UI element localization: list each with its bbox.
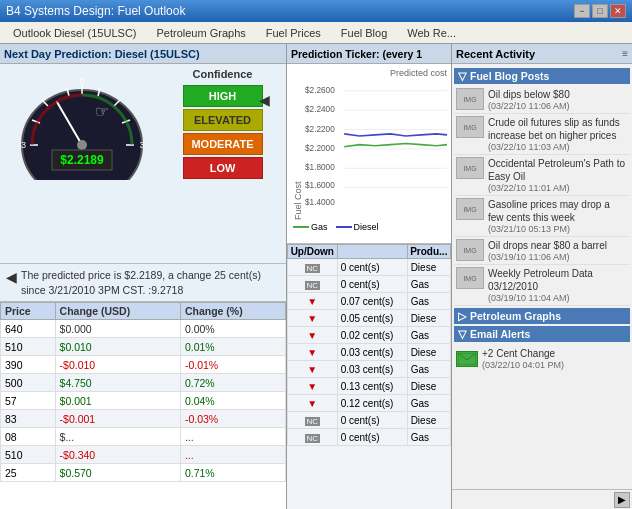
main-container: Next Day Prediction: Diesel (15ULSC) [0,44,632,509]
email-subject: +2 Cent Change [482,347,564,360]
confidence-indicator-arrow: ◀ [259,92,270,108]
col-price: Price [1,303,56,320]
list-item[interactable]: IMG Oil drops near $80 a barrel (03/19/1… [454,237,630,265]
list-item[interactable]: IMG Gasoline prices may drop a few cents… [454,196,630,237]
confidence-moderate: MODERATE [183,133,263,155]
ticker-row: ▼ [288,310,338,327]
ticker-table: Up/Down Produ... NC 0 cent(s) Diese NC 0… [287,244,451,446]
app-title: B4 Systems Design: Fuel Outlook [6,4,185,18]
price-table-section: Price Change (USD) Change (%) 640 $0.000… [0,302,286,509]
activity-text-block: Gasoline prices may drop a few cents thi… [488,198,628,234]
prediction-chart: $2.2600 $2.2400 $2.2200 $2.2000 $1.8000 … [303,80,447,220]
confidence-elevated: ELEVATED [183,109,263,131]
ticker-amount: 0.02 cent(s) [337,327,407,344]
email-date: (03/22/10 04:01 PM) [482,360,564,370]
menu-fuel-blog[interactable]: Fuel Blog [332,24,396,42]
ticker-amount: 0.03 cent(s) [337,361,407,378]
activity-thumbnail: IMG [456,267,484,289]
table-cell-pct: 0.01% [180,338,285,356]
activity-content: ▽ Fuel Blog Posts IMG Oil dips below $80… [452,64,632,489]
legend-gas-line [293,226,309,228]
table-row: 510 [1,446,56,464]
activity-text-block: Weekly Petroleum Data 03/12/2010 (03/19/… [488,267,628,303]
right-panel-close[interactable]: ≡ [622,48,628,59]
legend-gas: Gas [293,222,328,232]
blog-date: (03/19/10 11:06 AM) [488,252,607,262]
ticker-header: Prediction Ticker: (every 1 [287,44,451,64]
petroleum-toggle: ▷ [458,310,466,322]
svg-text:$2.2189: $2.2189 [60,153,104,167]
table-cell-usd: $... [55,428,180,446]
table-row: 390 [1,356,56,374]
svg-text:$1.8000: $1.8000 [305,162,335,172]
table-cell-pct: 0.71% [180,464,285,482]
ticker-product: Diese [407,412,450,429]
ticker-amount: 0 cent(s) [337,429,407,446]
ticker-col-product: Produ... [407,245,450,259]
ticker-amount: 0.13 cent(s) [337,378,407,395]
list-item[interactable]: IMG Oil dips below $80 (03/22/10 11:06 A… [454,86,630,114]
svg-text:$2.2600: $2.2600 [305,85,335,95]
list-item[interactable]: IMG Occidental Petroleum's Path to Easy … [454,155,630,196]
menu-petroleum-graphs[interactable]: Petroleum Graphs [148,24,255,42]
list-item[interactable]: IMG Crude oil futures slip as funds incr… [454,114,630,155]
gauge-wrapper: -3 3 0 $2.2189 [12,70,152,182]
table-cell-usd: $4.750 [55,374,180,392]
menu-outlook-diesel[interactable]: Outlook Diesel (15ULSC) [4,24,146,42]
menu-web-re[interactable]: Web Re... [398,24,465,42]
svg-text:$2.2400: $2.2400 [305,104,335,114]
ticker-amount: 0.12 cent(s) [337,395,407,412]
fuel-blog-items: IMG Oil dips below $80 (03/22/10 11:06 A… [454,86,630,306]
prev-arrow[interactable]: ◀ [6,268,17,288]
section-fuel-blog[interactable]: ▽ Fuel Blog Posts [454,68,630,84]
table-row: 57 [1,392,56,410]
blog-title: Crude oil futures slip as funds increase… [488,116,628,142]
email-items: +2 Cent Change (03/22/10 04:01 PM) [454,344,630,373]
menu-bar: Outlook Diesel (15ULSC) Petroleum Graphs… [0,22,632,44]
right-scroll-btn[interactable]: ▶ [614,492,630,508]
email-icon [456,351,478,367]
menu-fuel-prices[interactable]: Fuel Prices [257,24,330,42]
activity-thumbnail: IMG [456,198,484,220]
ticker-product: Gas [407,327,450,344]
section-email-alerts[interactable]: ▽ Email Alerts [454,326,630,342]
minimize-button[interactable]: − [574,4,590,18]
legend-diesel: Diesel [336,222,379,232]
chart-area: Predicted cost Fuel Cost $2.2600 $2.2400… [287,64,451,244]
title-controls: − □ ✕ [574,4,626,18]
activity-thumbnail: IMG [456,239,484,261]
list-item[interactable]: +2 Cent Change (03/22/10 04:01 PM) [454,344,630,373]
table-row: 500 [1,374,56,392]
section-petroleum-graphs[interactable]: ▷ Petroleum Graphs [454,308,630,324]
svg-text:$2.2000: $2.2000 [305,143,335,153]
table-row: 83 [1,410,56,428]
right-panel: Recent Activity ≡ ▽ Fuel Blog Posts IMG … [452,44,632,509]
ticker-row: ▼ [288,344,338,361]
table-row: 08 [1,428,56,446]
close-button[interactable]: ✕ [610,4,626,18]
table-cell-pct: 0.00% [180,320,285,338]
table-cell-usd: $0.001 [55,392,180,410]
price-table: Price Change (USD) Change (%) 640 $0.000… [0,302,286,482]
svg-text:$1.4000: $1.4000 [305,197,335,207]
blog-title: Weekly Petroleum Data 03/12/2010 [488,267,628,293]
ticker-col-amount [337,245,407,259]
ticker-row: NC [288,412,338,429]
ticker-amount: 0.05 cent(s) [337,310,407,327]
right-panel-header: Recent Activity ≡ [452,44,632,64]
ticker-product: Gas [407,293,450,310]
activity-thumbnail: IMG [456,88,484,110]
ticker-row: ▼ [288,395,338,412]
maximize-button[interactable]: □ [592,4,608,18]
ticker-amount: 0.03 cent(s) [337,344,407,361]
table-cell-usd: $0.010 [55,338,180,356]
prediction-text: ◀ The predicted price is $2.2189, a chan… [0,264,286,302]
blog-date: (03/22/10 11:06 AM) [488,101,570,111]
y-axis-label: Fuel Cost [291,80,303,220]
ticker-col-updown: Up/Down [288,245,338,259]
list-item[interactable]: IMG Weekly Petroleum Data 03/12/2010 (03… [454,265,630,306]
blog-date: (03/19/10 11:04 AM) [488,293,628,303]
col-change-pct: Change (%) [180,303,285,320]
ticker-row: NC [288,276,338,293]
left-panel: Next Day Prediction: Diesel (15ULSC) [0,44,287,509]
